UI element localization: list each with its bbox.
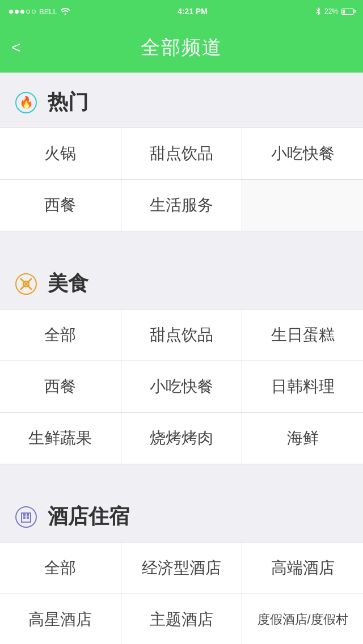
grid-item[interactable]: 全部 [0,310,121,361]
battery-icon [341,9,354,15]
section-food-header: 美食 [0,254,363,309]
grid-item[interactable]: 甜点饮品 [121,128,242,179]
battery-percent: 22% [324,7,338,15]
section-hot-title: 热门 [48,88,88,116]
grid-item[interactable]: 高端酒店 [242,543,363,594]
carrier-label: BELL [39,7,57,16]
section-hotel: 酒店住宿 全部 经济型酒店 高端酒店 高星酒店 主题酒店 度假酒店/度假村 客栈… [0,487,363,644]
grid-item[interactable]: 烧烤烤肉 [121,413,242,464]
grid-item[interactable]: 主题酒店 [121,594,242,644]
grid-item[interactable]: 西餐 [0,180,121,231]
status-right: 22% [315,7,354,15]
section-hotel-title: 酒店住宿 [48,503,129,531]
status-left: BELL [9,7,70,16]
food-icon [14,272,39,296]
grid-item[interactable]: 小吃快餐 [242,128,363,179]
signal-dots [9,10,36,14]
signal-dot-2 [15,10,19,14]
section-hot-header: 🔥 热门 [0,73,363,128]
grid-item[interactable]: 火锅 [0,128,121,179]
svg-rect-11 [27,514,29,516]
grid-item[interactable]: 度假酒店/度假村 [242,594,363,644]
svg-rect-9 [27,516,29,519]
status-time: 4:21 PM [178,7,208,16]
hot-icon: 🔥 [14,90,39,115]
section-hotel-header: 酒店住宿 [0,487,363,542]
grid-item[interactable]: 高星酒店 [0,594,121,644]
wifi-icon [61,8,70,15]
section-hot: 🔥 热门 火锅 甜点饮品 小吃快餐 西餐 生活服务 [0,73,363,243]
nav-title: 全部频道 [141,35,222,61]
grid-item[interactable]: 日韩料理 [242,361,363,412]
section-food: 美食 全部 甜点饮品 生日蛋糕 西餐 小吃快餐 日韩料理 生鲜蔬果 烧烤烤肉 海… [0,254,363,476]
svg-rect-8 [23,516,26,519]
signal-dot-5 [32,10,36,14]
signal-dot-3 [20,10,24,14]
grid-item-empty [242,180,363,231]
grid-item[interactable]: 生鲜蔬果 [0,413,121,464]
divider-2 [0,476,363,487]
food-grid: 全部 甜点饮品 生日蛋糕 西餐 小吃快餐 日韩料理 生鲜蔬果 烧烤烤肉 海鲜 [0,309,363,464]
grid-item[interactable]: 小吃快餐 [121,361,242,412]
grid-item[interactable]: 全部 [0,543,121,594]
back-button[interactable]: < [11,39,20,57]
grid-item[interactable]: 海鲜 [242,413,363,464]
hotel-grid: 全部 经济型酒店 高端酒店 高星酒店 主题酒店 度假酒店/度假村 客栈 青年旅社 [0,542,363,644]
hotel-icon [14,505,39,529]
svg-text:🔥: 🔥 [19,95,33,109]
grid-item[interactable]: 西餐 [0,361,121,412]
signal-dot-4 [26,10,30,14]
bluetooth-icon [315,7,321,15]
svg-rect-10 [23,514,26,516]
grid-item[interactable]: 生日蛋糕 [242,310,363,361]
grid-item[interactable]: 生活服务 [121,180,242,231]
divider-1 [0,243,363,254]
grid-item[interactable]: 经济型酒店 [121,543,242,594]
signal-dot-1 [9,10,13,14]
battery-fill [343,10,345,14]
svg-rect-7 [22,513,31,522]
grid-item[interactable]: 甜点饮品 [121,310,242,361]
nav-bar: < 全部频道 [0,23,363,73]
status-bar: BELL 4:21 PM 22% [0,0,363,23]
hot-grid: 火锅 甜点饮品 小吃快餐 西餐 生活服务 [0,128,363,231]
svg-point-6 [16,507,36,527]
content: 🔥 热门 火锅 甜点饮品 小吃快餐 西餐 生活服务 [0,73,363,644]
section-food-title: 美食 [48,270,88,298]
